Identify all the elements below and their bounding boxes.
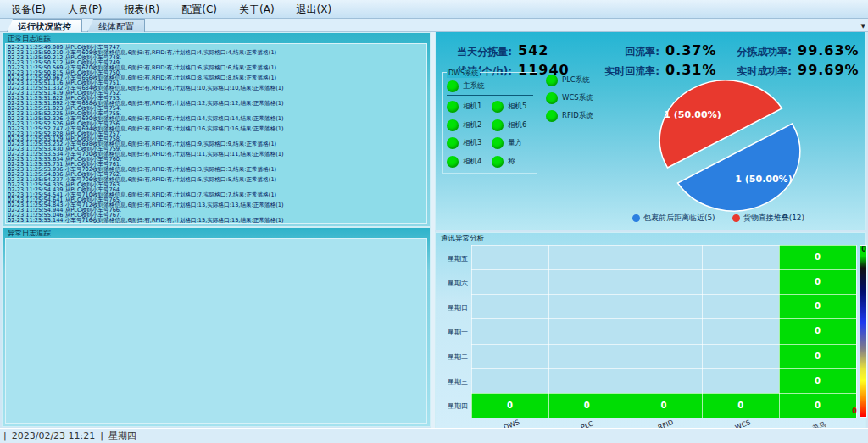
- indicator-label: 相机4: [463, 157, 481, 167]
- heatmap-cell: 0: [548, 393, 626, 418]
- heatmap-row-label: 星期二: [436, 352, 468, 362]
- legend-dot-icon: [732, 214, 740, 222]
- pie-legend: 包裹前后距离临近(5)货物直接堆叠(12): [588, 213, 849, 224]
- dws-system-box: DWS系统 主系统 相机1相机2相机3相机4相机5相机6量方称: [442, 72, 537, 174]
- system-indicator: RFID系统: [546, 110, 593, 122]
- heatmap-cell: 0: [779, 393, 856, 418]
- heatmap-cell: 0: [779, 344, 856, 368]
- statusbar-datetime: 2023/02/23 11:21: [12, 430, 96, 441]
- heatmap-cell: 0: [702, 393, 779, 418]
- system-indicator: WCS系统: [546, 92, 593, 104]
- abnormal-log-title: 异常日志追踪: [8, 229, 51, 239]
- gridline: [471, 318, 856, 319]
- status-light-icon: [447, 119, 459, 131]
- tab-bar: 运行状况监控 线体配置: [0, 19, 868, 32]
- heatmap-cell: 0: [779, 368, 856, 393]
- heatmap-row-label: 星期三: [436, 377, 468, 386]
- status-light-icon: [492, 119, 504, 131]
- menu-bar: 设备(E)人员(P)报表(R)配置(C)关于(A)退出(X): [0, 0, 868, 19]
- stat-label: 分拣成功率:: [724, 45, 792, 59]
- stat: 回流率:0.37%: [590, 42, 724, 59]
- tab-run-status-monitor[interactable]: 运行状况监控: [7, 19, 82, 32]
- menu-item[interactable]: 设备(E): [0, 0, 57, 19]
- legend-item[interactable]: 货物直接堆叠(12): [732, 213, 804, 224]
- indicator-label: 相机3: [463, 138, 481, 148]
- heatmap-cell: 0: [779, 294, 856, 318]
- dws-main-label: 主系统: [463, 81, 485, 91]
- indicator-label: 称: [508, 157, 515, 167]
- heatmap-row-label: 星期五: [436, 254, 468, 263]
- indicator-label: PLC系统: [562, 75, 590, 86]
- log-line: 02-23 11:25:55.173 从PLC收到小车号768.: [8, 223, 426, 224]
- statusbar-sep: |: [3, 430, 7, 441]
- menu-item[interactable]: 配置(C): [170, 0, 228, 19]
- stat-label: 当天分拣量:: [444, 45, 512, 59]
- heatmap-row-label: 星期一: [436, 328, 468, 337]
- gridline: [471, 368, 856, 369]
- heatmap-row-label: 星期六: [436, 279, 468, 288]
- system-indicator: 相机3: [447, 137, 492, 149]
- user-dropdown-arrow-icon[interactable]: ▼: [861, 23, 865, 30]
- gridline: [626, 245, 626, 418]
- dws-main-indicator: 主系统: [447, 77, 533, 96]
- system-indicator: 量方: [492, 137, 537, 149]
- gridline: [471, 269, 856, 270]
- heatmap-row-label: 星期四: [436, 401, 468, 411]
- indicator-label: 相机6: [508, 120, 526, 130]
- indicator-label: WCS系统: [562, 93, 593, 103]
- stat-value: 0.37%: [665, 42, 717, 58]
- menu-item[interactable]: 关于(A): [228, 0, 286, 19]
- menu-item[interactable]: 人员(P): [57, 0, 114, 19]
- system-indicator: 相机1: [447, 101, 492, 113]
- heatmap-row-label: 星期日: [436, 303, 468, 313]
- status-bar: | 2023/02/23 11:21 | 星期四: [0, 428, 868, 443]
- gridline: [471, 344, 856, 345]
- stat-label: 回流率:: [590, 45, 659, 59]
- heatmap-cell: 0: [779, 269, 856, 294]
- indicator-label: 相机2: [463, 120, 481, 130]
- status-light-icon: [546, 92, 558, 104]
- system-indicator: 称: [492, 156, 537, 168]
- status-light-icon: [492, 101, 504, 113]
- status-light-icon: [447, 101, 459, 113]
- normal-log-title: 正常日志追踪: [8, 34, 51, 44]
- indicator-label: RFID系统: [562, 111, 593, 121]
- stat: 分拣成功率:99.63%: [724, 42, 860, 59]
- dws-box-title: DWS系统: [447, 69, 480, 78]
- pie-chart: 1 (50.00%) 1 (50.00%): [628, 75, 832, 216]
- abnormal-log-list[interactable]: [5, 238, 427, 424]
- abnormal-log-panel: 异常日志追踪: [2, 227, 431, 427]
- statusbar-weekday: 星期四: [108, 429, 136, 442]
- menu-item[interactable]: 报表(R): [114, 0, 171, 19]
- dws-items-grid: 相机1相机2相机3相机4相机5相机6量方称: [447, 97, 537, 171]
- system-indicator: 相机4: [447, 156, 492, 168]
- status-light-icon: [492, 156, 504, 168]
- system-indicator: PLC系统: [546, 75, 593, 86]
- heatmap-cell: 0: [779, 245, 856, 269]
- gridline: [779, 245, 780, 418]
- gridline: [471, 245, 472, 418]
- system-indicator: 相机5: [492, 101, 537, 113]
- heatmap-cell: 0: [779, 318, 856, 343]
- heatmap-cell: 0: [471, 393, 548, 418]
- indicator-label: 相机5: [508, 102, 526, 112]
- tab-line-config[interactable]: 线体配置: [87, 19, 145, 32]
- menu-item[interactable]: 退出(X): [286, 0, 343, 19]
- gridline: [471, 418, 856, 418]
- status-light-icon: [447, 137, 459, 149]
- stat-value: 99.63%: [798, 42, 860, 58]
- normal-log-panel: 正常日志追踪 02-23 11:25:49.909 从PLC收到小车号747.0…: [2, 32, 431, 227]
- system-indicator: 相机2: [447, 119, 492, 131]
- stat: 当天分拣量:542: [444, 42, 590, 59]
- indicator-label: 相机1: [463, 102, 481, 112]
- comm-error-panel: 通讯异常分析 00000000000 星期五星期六星期日星期一星期二星期三星期四…: [435, 232, 866, 429]
- normal-log-list[interactable]: 02-23 11:25:49.909 从PLC收到小车号747.02-23 11…: [5, 43, 427, 224]
- legend-dot-icon: [632, 214, 640, 222]
- gridline: [471, 294, 856, 295]
- legend-item[interactable]: 包裹前后距离临近(5): [632, 213, 715, 224]
- device-status-panel: 设备运行状态 当天分拣量:542回流率:0.37%分拣成功率:99.63%线速(…: [435, 23, 866, 230]
- gridline: [471, 245, 856, 246]
- gridline: [471, 393, 856, 394]
- indicator-label: 量方: [508, 138, 522, 148]
- colorbar-max-label: 0: [859, 246, 868, 253]
